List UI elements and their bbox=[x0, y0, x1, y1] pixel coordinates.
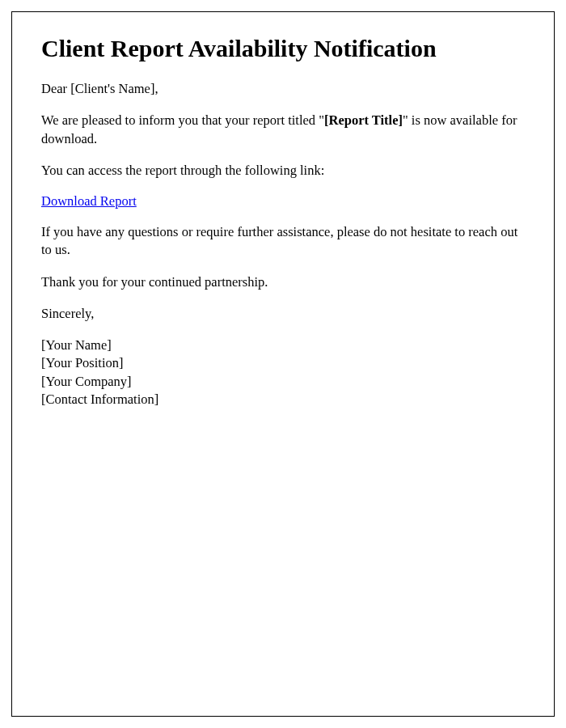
closing-line: Sincerely, bbox=[41, 305, 525, 323]
document-page: Client Report Availability Notification … bbox=[11, 11, 555, 717]
download-link-wrapper: Download Report bbox=[41, 193, 525, 210]
access-instruction: You can access the report through the fo… bbox=[41, 162, 525, 180]
salutation-line: Dear [Client's Name], bbox=[41, 80, 525, 98]
signature-name: [Your Name] bbox=[41, 336, 525, 354]
download-report-link[interactable]: Download Report bbox=[41, 193, 137, 209]
signature-position: [Your Position] bbox=[41, 354, 525, 372]
signature-block: [Your Name] [Your Position] [Your Compan… bbox=[41, 336, 525, 408]
signature-company: [Your Company] bbox=[41, 373, 525, 391]
thanks-paragraph: Thank you for your continued partnership… bbox=[41, 273, 525, 291]
signature-contact: [Contact Information] bbox=[41, 391, 525, 408]
page-title: Client Report Availability Notification bbox=[41, 35, 525, 62]
assistance-paragraph: If you have any questions or require fur… bbox=[41, 223, 525, 260]
report-title-placeholder: [Report Title] bbox=[324, 112, 403, 128]
intro-prefix: We are pleased to inform you that your r… bbox=[41, 112, 324, 128]
intro-paragraph: We are pleased to inform you that your r… bbox=[41, 112, 525, 148]
